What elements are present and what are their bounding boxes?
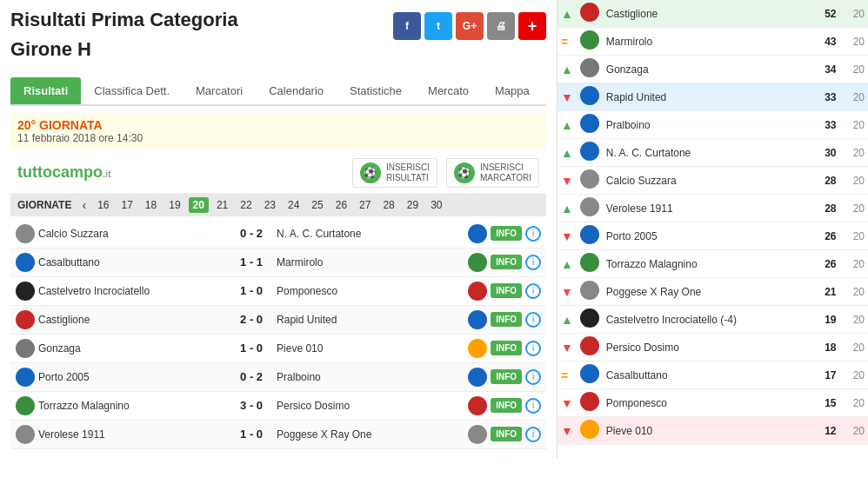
team-logo-cell xyxy=(577,417,603,445)
standings-team-name[interactable]: Castelvetro Incrociatello (-4) xyxy=(603,306,811,334)
insert-scorers-button[interactable]: ⚽ INSERISCIMARCATORI xyxy=(446,158,539,188)
standings-team-name[interactable]: N. A. C. Curtatone xyxy=(603,139,811,167)
standings-team-name[interactable]: Castiglione xyxy=(603,0,811,28)
round-26[interactable]: 26 xyxy=(331,197,351,213)
table-row: Verolese 1911 1 - 0 Poggese X Ray One IN… xyxy=(10,421,546,449)
match-score: 1 - 0 xyxy=(230,428,273,441)
team-logo-cell xyxy=(577,250,603,278)
info-button[interactable]: INFO xyxy=(491,341,522,355)
standings-row: ▲ Castiglione 52 20 xyxy=(558,0,868,28)
standings-team-name[interactable]: Marmirolo xyxy=(603,28,811,56)
standings-team-name[interactable]: Rapid United xyxy=(603,83,811,111)
info-button[interactable]: INFO xyxy=(491,398,522,413)
trend-indicator: ▲ xyxy=(558,56,577,83)
round-16[interactable]: 16 xyxy=(93,197,113,213)
team-logo-cell xyxy=(577,334,603,361)
giornate-bar: GIORNATE ‹ 16 17 18 19 20 21 22 23 24 25… xyxy=(10,194,546,216)
round-20[interactable]: 20 xyxy=(189,197,209,213)
info-button[interactable]: INFO xyxy=(491,226,522,241)
print-button[interactable]: 🖨 xyxy=(487,12,515,40)
round-22[interactable]: 22 xyxy=(236,197,256,213)
standings-team-name[interactable]: Porto 2005 xyxy=(603,222,811,250)
round-24[interactable]: 24 xyxy=(284,197,304,213)
standings-points: 15 xyxy=(811,389,839,417)
googleplus-share-button[interactable]: G+ xyxy=(456,12,484,40)
round-19[interactable]: 19 xyxy=(164,197,184,213)
round-17[interactable]: 17 xyxy=(117,197,137,213)
standings-team-name[interactable]: Gonzaga xyxy=(603,56,811,83)
tab-classifica[interactable]: Classifica Dett. xyxy=(81,77,183,104)
info-button[interactable]: INFO xyxy=(491,255,522,269)
trend-indicator: = xyxy=(558,28,577,56)
insert-results-button[interactable]: ⚽ INSERISCIRISULTATI xyxy=(352,158,437,188)
detail-button[interactable]: i xyxy=(525,312,541,328)
tab-mappa[interactable]: Mappa xyxy=(482,77,543,104)
round-21[interactable]: 21 xyxy=(212,197,232,213)
away-team-logo xyxy=(468,425,487,444)
table-row: Porto 2005 0 - 2 Pralboino INFO i xyxy=(10,363,546,392)
trend-indicator: ▼ xyxy=(558,334,577,361)
round-25[interactable]: 25 xyxy=(307,197,327,213)
detail-button[interactable]: i xyxy=(525,369,541,385)
matches-list: Calcio Suzzara 0 - 2 N. A. C. Curtatone … xyxy=(10,220,546,449)
home-team-name: Verolese 1911 xyxy=(38,428,226,441)
round-18[interactable]: 18 xyxy=(141,197,161,213)
standings-games: 20 xyxy=(840,0,868,28)
tab-mercato[interactable]: Mercato xyxy=(415,77,482,104)
home-team-name: Gonzaga xyxy=(38,342,226,355)
round-27[interactable]: 27 xyxy=(355,197,375,213)
detail-button[interactable]: i xyxy=(525,226,541,242)
standings-points: 52 xyxy=(811,0,839,28)
home-team-logo xyxy=(16,368,35,387)
standings-row: ▲ Torrazzo Malagnino 26 20 xyxy=(558,250,868,278)
standings-team-name[interactable]: Poggese X Ray One xyxy=(603,278,811,306)
trend-indicator: = xyxy=(558,361,577,389)
standings-team-name[interactable]: Pomponesco xyxy=(603,389,811,417)
prev-round-arrow[interactable]: ‹ xyxy=(78,198,90,212)
standings-row: ▲ Pralboino 33 20 xyxy=(558,111,868,139)
standings-row: ▲ N. A. C. Curtatone 30 20 xyxy=(558,139,868,167)
detail-button[interactable]: i xyxy=(525,341,541,356)
info-button[interactable]: INFO xyxy=(491,427,522,441)
round-header: 20° GIORNATA 11 febbraio 2018 ore 14:30 xyxy=(10,113,546,149)
info-button[interactable]: INFO xyxy=(491,312,522,327)
add-button[interactable]: + xyxy=(518,12,546,40)
detail-button[interactable]: i xyxy=(525,255,541,270)
round-29[interactable]: 29 xyxy=(403,197,423,213)
standings-team-name[interactable]: Pralboino xyxy=(603,111,811,139)
standings-games: 20 xyxy=(840,28,868,56)
match-actions: INFO i xyxy=(468,368,541,387)
round-28[interactable]: 28 xyxy=(378,197,398,213)
page-title-line1: Risultati Prima Categoria xyxy=(10,9,238,31)
tab-statistiche[interactable]: Statistiche xyxy=(337,77,415,104)
page-title-line2: Girone H xyxy=(10,38,238,61)
match-actions: INFO i xyxy=(468,253,541,272)
round-23[interactable]: 23 xyxy=(260,197,280,213)
round-30[interactable]: 30 xyxy=(426,197,446,213)
tab-risultati[interactable]: Risultati xyxy=(10,77,81,104)
home-team-logo xyxy=(16,310,35,329)
standings-points: 30 xyxy=(811,139,839,167)
detail-button[interactable]: i xyxy=(525,398,541,414)
tab-calendario[interactable]: Calendario xyxy=(256,77,337,104)
tab-marcatori[interactable]: Marcatori xyxy=(183,77,256,104)
detail-button[interactable]: i xyxy=(525,427,541,442)
standings-team-name[interactable]: Torrazzo Malagnino xyxy=(603,250,811,278)
facebook-share-button[interactable]: f xyxy=(393,12,421,40)
away-team-logo xyxy=(468,253,487,272)
detail-button[interactable]: i xyxy=(525,283,541,299)
standings-games: 20 xyxy=(840,139,868,167)
standings-team-name[interactable]: Calcio Suzzara xyxy=(603,167,811,195)
standings-team-name[interactable]: Verolese 1911 xyxy=(603,195,811,222)
away-team-logo xyxy=(468,310,487,329)
match-score: 3 - 0 xyxy=(230,399,273,412)
standings-team-name[interactable]: Casalbuttano xyxy=(603,361,811,389)
info-button[interactable]: INFO xyxy=(491,369,522,384)
twitter-share-button[interactable]: t xyxy=(424,12,452,40)
standings-games: 20 xyxy=(840,417,868,445)
standings-row: ▼ Porto 2005 26 20 xyxy=(558,222,868,250)
standings-team-name[interactable]: Persico Dosimo xyxy=(603,334,811,361)
team-logo-cell xyxy=(577,0,603,28)
standings-team-name[interactable]: Pieve 010 xyxy=(603,417,811,445)
info-button[interactable]: INFO xyxy=(491,283,522,298)
